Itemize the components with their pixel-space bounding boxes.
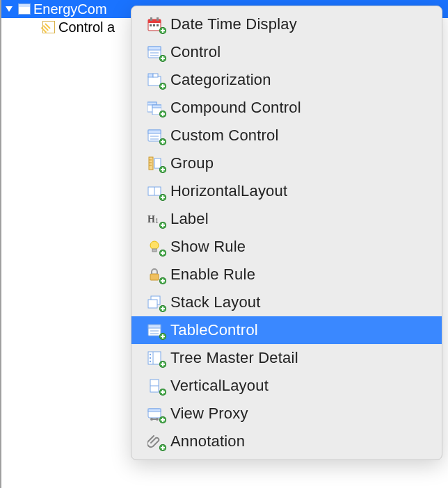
tree-root-label: EnergyCom [32,1,107,17]
menu-item-label: Show Rule [170,238,246,256]
add-badge-icon [159,389,166,396]
date-time-display-icon [144,16,165,33]
menu-item-tablecontrol[interactable]: TableControl [131,316,442,344]
menu-item-enable-rule[interactable]: Enable Rule [131,261,442,288]
menu-item-categorization[interactable]: Categorization [131,66,442,94]
vertical-layout-icon [144,377,165,394]
menu-item-verticallayout[interactable]: VerticalLayout [131,372,442,400]
context-menu: Date Time DisplayControlCategorizationCo… [131,6,442,460]
show-rule-icon [144,238,165,255]
menu-item-label: Date Time Display [170,15,297,33]
enable-rule-icon [144,266,165,283]
edit-icon [40,21,57,33]
menu-item-label: TableControl [170,321,258,339]
menu-item-horizontallayout[interactable]: HorizontalLayout [131,177,442,205]
custom-control-icon [144,127,165,144]
add-badge-icon [159,416,166,423]
group-icon [144,155,165,172]
add-badge-icon [159,361,166,368]
tree-master-detail-icon [144,350,165,366]
add-badge-icon [159,166,166,173]
annotation-icon [144,433,165,450]
menu-item-label: Annotation [170,432,245,450]
add-badge-icon [159,444,166,451]
add-badge-icon [159,305,166,312]
stack-layout-icon [144,294,165,311]
menu-item-custom-control[interactable]: Custom Control [131,122,442,149]
add-badge-icon [159,111,166,117]
form-icon [17,3,32,15]
menu-item-label: VerticalLayout [170,377,269,395]
add-badge-icon [159,194,166,201]
menu-item-label: Stack Layout [170,293,261,311]
menu-item-show-rule[interactable]: Show Rule [131,233,442,261]
menu-item-label: HorizontalLayout [170,182,287,200]
menu-item-label: Label [170,210,209,228]
menu-item-label: Tree Master Detail [170,349,298,367]
menu-item-stack-layout[interactable]: Stack Layout [131,288,442,316]
table-control-icon [144,322,165,339]
menu-item-view-proxy[interactable]: View Proxy [131,400,442,428]
menu-item-date-time-display[interactable]: Date Time Display [131,10,442,38]
menu-item-group[interactable]: Group [131,149,442,177]
tree-child-label: Control a [57,19,115,35]
add-badge-icon [159,27,166,34]
menu-item-label: Categorization [170,71,271,89]
menu-item-label: Enable Rule [170,266,255,284]
menu-item-label: Control [170,43,221,61]
categorization-icon [144,72,165,88]
add-badge-icon [159,277,166,284]
disclosure-triangle-icon[interactable] [1,5,17,13]
menu-item-label[interactable]: Label [131,205,442,233]
add-badge-icon [159,83,166,90]
menu-item-label: View Proxy [170,405,248,423]
menu-item-annotation[interactable]: Annotation [131,428,442,455]
menu-item-label: Compound Control [170,99,301,117]
compound-control-icon [144,99,165,116]
menu-item-tree-master-detail[interactable]: Tree Master Detail [131,344,442,372]
menu-item-control[interactable]: Control [131,38,442,66]
add-badge-icon [159,250,166,257]
horizontal-layout-icon [144,183,165,200]
menu-item-label: Group [170,154,214,172]
menu-item-compound-control[interactable]: Compound Control [131,94,442,122]
label-icon [144,211,165,227]
view-proxy-icon [144,405,165,422]
add-badge-icon [159,55,166,62]
svg-marker-0 [6,6,13,12]
control-icon [144,44,165,60]
add-badge-icon [159,333,166,340]
menu-item-label: Custom Control [170,127,279,145]
add-badge-icon [159,222,166,229]
add-badge-icon [159,138,166,145]
